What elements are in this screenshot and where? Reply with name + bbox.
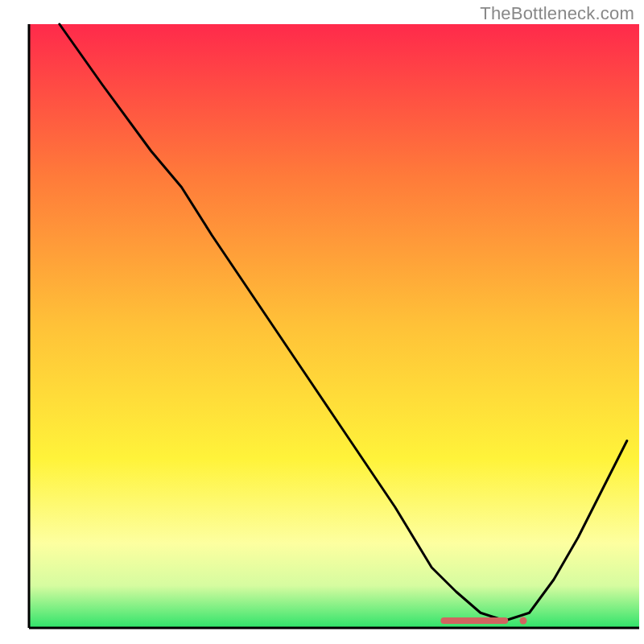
- attribution-text: TheBottleneck.com: [480, 3, 634, 24]
- chart-container: TheBottleneck.com: [0, 0, 644, 644]
- bottleneck-chart: [0, 0, 644, 644]
- gradient-background: [29, 24, 639, 628]
- minimum-marker-dot: [519, 617, 526, 625]
